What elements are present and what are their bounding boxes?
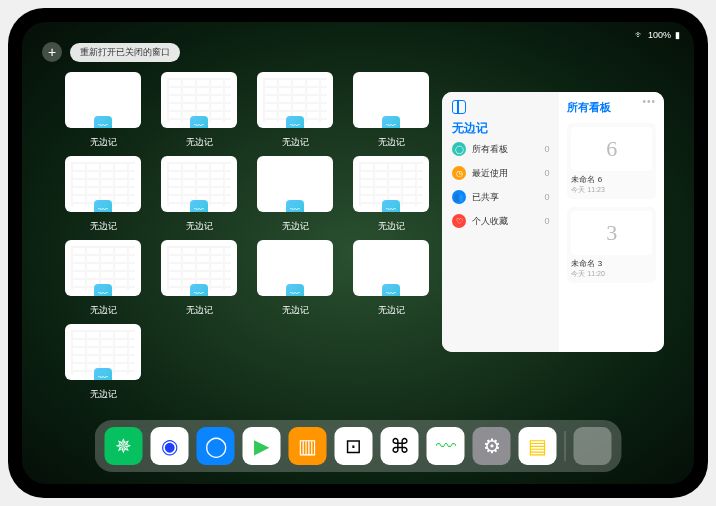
wifi-icon: ᯤ — [635, 30, 644, 40]
sidebar-item-label: 最近使用 — [472, 167, 544, 180]
thumb-label: 无边记 — [90, 388, 117, 401]
dock-separator — [565, 431, 566, 461]
dock-wechat[interactable]: ✵ — [105, 427, 143, 465]
sidebar-item-icon: 👥 — [452, 190, 466, 204]
sidebar-item-label: 个人收藏 — [472, 215, 544, 228]
thumb-label: 无边记 — [186, 136, 213, 149]
sidebar-title: 无边记 — [452, 120, 549, 137]
sidebar-item-icon: ♡ — [452, 214, 466, 228]
window-thumb[interactable]: 〰无边记 — [256, 240, 334, 320]
sidebar-item-icon: ◷ — [452, 166, 466, 180]
freeform-app-icon: 〰 — [190, 284, 208, 296]
freeform-app-icon: 〰 — [382, 284, 400, 296]
thumb-label: 无边记 — [378, 220, 405, 233]
thumb-label: 无边记 — [282, 304, 309, 317]
thumb-label: 无边记 — [90, 304, 117, 317]
dock-books[interactable]: ▥ — [289, 427, 327, 465]
freeform-content: ••• 所有看板 6未命名 6今天 11:233未命名 3今天 11:20 — [559, 92, 664, 352]
sidebar-item-count: 0 — [544, 168, 549, 178]
window-thumb[interactable]: 〰无边记 — [160, 72, 238, 152]
stage-manager-topbar: + 重新打开已关闭的窗口 — [42, 42, 180, 62]
dock: ✵◉◯▶▥⊡⌘〰⚙▤ — [95, 420, 622, 472]
freeform-app-icon: 〰 — [286, 200, 304, 212]
board-name: 未命名 6 — [571, 174, 652, 185]
thumb-label: 无边记 — [90, 220, 117, 233]
window-thumb[interactable]: 〰无边记 — [256, 72, 334, 152]
freeform-sidebar: 无边记 ◯所有看板0◷最近使用0👥已共享0♡个人收藏0 — [442, 92, 559, 352]
freeform-app-icon: 〰 — [190, 116, 208, 128]
window-thumb[interactable]: 〰无边记 — [352, 240, 430, 320]
thumb-label: 无边记 — [282, 136, 309, 149]
window-thumb[interactable]: 〰无边记 — [64, 72, 142, 152]
sidebar-item-label: 所有看板 — [472, 143, 544, 156]
sidebar-item-count: 0 — [544, 216, 549, 226]
freeform-app-icon: 〰 — [382, 200, 400, 212]
board-preview: 3 — [571, 211, 652, 255]
battery-icon: ▮ — [675, 30, 680, 40]
thumb-label: 无边记 — [378, 304, 405, 317]
thumb-label: 无边记 — [90, 136, 117, 149]
dock-qqbrowser[interactable]: ◯ — [197, 427, 235, 465]
window-thumb[interactable]: 〰无边记 — [352, 72, 430, 152]
sidebar-item-count: 0 — [544, 192, 549, 202]
battery-text: 100% — [648, 30, 671, 40]
freeform-app-icon: 〰 — [94, 284, 112, 296]
dock-recent-folder[interactable] — [574, 427, 612, 465]
more-icon[interactable]: ••• — [642, 96, 656, 107]
window-thumb[interactable]: 〰无边记 — [352, 156, 430, 236]
freeform-app-icon: 〰 — [382, 116, 400, 128]
reopen-closed-window-button[interactable]: 重新打开已关闭的窗口 — [70, 43, 180, 62]
add-button[interactable]: + — [42, 42, 62, 62]
sidebar-item[interactable]: ♡个人收藏0 — [452, 209, 549, 233]
screen: ᯤ 100% ▮ + 重新打开已关闭的窗口 〰无边记〰无边记〰无边记〰无边记〰无… — [22, 22, 694, 484]
freeform-app-icon: 〰 — [286, 116, 304, 128]
freeform-app-icon: 〰 — [94, 200, 112, 212]
window-thumb[interactable]: 〰无边记 — [64, 240, 142, 320]
board-name: 未命名 3 — [571, 258, 652, 269]
window-thumb[interactable]: 〰无边记 — [256, 156, 334, 236]
sidebar-item-icon: ◯ — [452, 142, 466, 156]
window-thumb[interactable]: 〰无边记 — [160, 240, 238, 320]
ipad-frame: ᯤ 100% ▮ + 重新打开已关闭的窗口 〰无边记〰无边记〰无边记〰无边记〰无… — [8, 8, 708, 498]
board-preview: 6 — [571, 127, 652, 171]
thumb-label: 无边记 — [186, 304, 213, 317]
freeform-app-icon: 〰 — [94, 116, 112, 128]
dock-settings[interactable]: ⚙ — [473, 427, 511, 465]
dock-notes[interactable]: ▤ — [519, 427, 557, 465]
window-thumb[interactable]: 〰无边记 — [160, 156, 238, 236]
thumb-label: 无边记 — [282, 220, 309, 233]
dock-play[interactable]: ▶ — [243, 427, 281, 465]
window-thumb[interactable]: 〰无边记 — [64, 324, 142, 404]
sidebar-item[interactable]: ◷最近使用0 — [452, 161, 549, 185]
sidebar-item[interactable]: 👥已共享0 — [452, 185, 549, 209]
board-time: 今天 11:23 — [571, 185, 652, 195]
board-item[interactable]: 3未命名 3今天 11:20 — [567, 207, 656, 283]
sidebar-item[interactable]: ◯所有看板0 — [452, 137, 549, 161]
thumb-label: 无边记 — [186, 220, 213, 233]
window-grid: 〰无边记〰无边记〰无边记〰无边记〰无边记〰无边记〰无边记〰无边记〰无边记〰无边记… — [64, 72, 430, 404]
sidebar-item-label: 已共享 — [472, 191, 544, 204]
dock-app7[interactable]: ⌘ — [381, 427, 419, 465]
window-thumb[interactable]: 〰无边记 — [64, 156, 142, 236]
freeform-app-icon: 〰 — [94, 368, 112, 380]
sidebar-toggle-icon[interactable] — [452, 100, 466, 114]
board-item[interactable]: 6未命名 6今天 11:23 — [567, 123, 656, 199]
dock-dice[interactable]: ⊡ — [335, 427, 373, 465]
dock-freeform[interactable]: 〰 — [427, 427, 465, 465]
board-time: 今天 11:20 — [571, 269, 652, 279]
freeform-app-icon: 〰 — [190, 200, 208, 212]
freeform-app-icon: 〰 — [286, 284, 304, 296]
freeform-panel[interactable]: 无边记 ◯所有看板0◷最近使用0👥已共享0♡个人收藏0 ••• 所有看板 6未命… — [442, 92, 664, 352]
thumb-label: 无边记 — [378, 136, 405, 149]
dock-quark[interactable]: ◉ — [151, 427, 189, 465]
sidebar-item-count: 0 — [544, 144, 549, 154]
